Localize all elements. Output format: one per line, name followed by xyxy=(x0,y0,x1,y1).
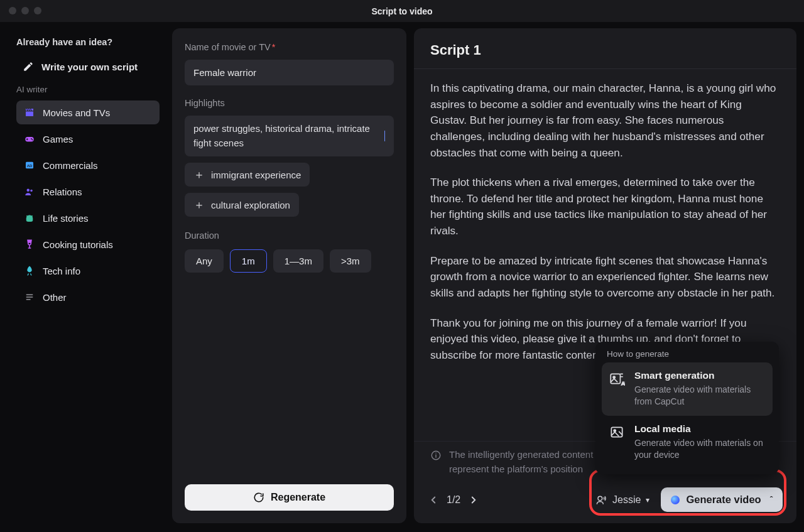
people-icon xyxy=(24,186,35,197)
svg-point-2 xyxy=(32,139,33,141)
sidebar-item-label: Relations xyxy=(43,187,82,197)
sidebar: Already have an idea? Write your own scr… xyxy=(8,28,165,523)
form-panel: Name of movie or TV* Highlights power st… xyxy=(172,28,406,523)
script-paragraph: The plot thickens when a rival emerges, … xyxy=(430,175,778,239)
svg-point-1 xyxy=(31,138,32,139)
text-caret xyxy=(384,131,385,141)
svg-point-6 xyxy=(30,190,33,192)
close-window-dot[interactable] xyxy=(9,7,16,14)
highlights-label: Highlights xyxy=(185,98,394,108)
regenerate-button[interactable]: Regenerate xyxy=(185,484,394,511)
svg-text:AI: AI xyxy=(622,380,625,386)
highlight-suggestion-2-label: cultural exploration xyxy=(211,200,290,210)
highlight-suggestion-1[interactable]: ＋ immigrant experience xyxy=(185,163,310,187)
duration-label: Duration xyxy=(185,231,394,241)
sidebar-item-cooking-tutorials[interactable]: Cooking tutorials xyxy=(16,232,160,256)
popover-option-local-media[interactable]: Local mediaGenerate video with materials… xyxy=(602,416,773,469)
ad-icon: AD xyxy=(24,160,35,171)
sidebar-item-label: Games xyxy=(43,134,73,144)
maximize-window-dot[interactable] xyxy=(34,7,41,14)
svg-point-5 xyxy=(27,189,30,192)
pager: 1/2 xyxy=(428,494,479,506)
prev-page-button[interactable] xyxy=(428,494,439,506)
clapper-icon xyxy=(24,107,35,118)
svg-text:AD: AD xyxy=(27,164,33,168)
svg-point-13 xyxy=(598,496,602,501)
svg-rect-17 xyxy=(611,427,622,437)
generate-popover: How to generate AISmart generationGenera… xyxy=(595,342,779,474)
sidebar-item-relations[interactable]: Relations xyxy=(16,180,160,204)
svg-point-12 xyxy=(435,453,437,454)
sidebar-item-label: Commercials xyxy=(43,160,98,171)
script-paragraph: In this captivating drama, our main char… xyxy=(430,80,778,161)
voice-selector[interactable]: Jessie ▾ xyxy=(595,494,649,506)
bars-icon xyxy=(24,291,35,303)
highlight-suggestion-1-label: immigrant experience xyxy=(211,170,301,180)
sidebar-item-games[interactable]: Games xyxy=(16,127,160,151)
sidebar-item-label: Life stories xyxy=(43,213,89,224)
sidebar-item-label: Cooking tutorials xyxy=(43,239,113,250)
cat-icon xyxy=(24,212,35,224)
generate-video-button[interactable]: Generate video ˆ xyxy=(661,487,783,512)
titlebar: Script to video xyxy=(0,0,804,22)
plus-icon: ＋ xyxy=(193,169,205,180)
svg-rect-14 xyxy=(611,374,620,383)
sidebar-item-other[interactable]: Other xyxy=(16,285,160,309)
duration-option-1m[interactable]: 1m xyxy=(230,249,267,273)
local-media-icon xyxy=(608,423,626,441)
window-controls xyxy=(9,7,41,14)
voice-icon xyxy=(595,494,607,506)
plus-icon: ＋ xyxy=(193,199,205,210)
highlight-main-text: power struggles, historical drama, intri… xyxy=(193,122,384,150)
popover-option-desc: Generate video with materials on your de… xyxy=(634,437,766,462)
minimize-window-dot[interactable] xyxy=(21,7,29,14)
highlight-main-chip[interactable]: power struggles, historical drama, intri… xyxy=(185,116,394,156)
write-own-script-label: Write your own script xyxy=(41,62,138,72)
regenerate-label: Regenerate xyxy=(271,492,325,503)
window-title: Script to video xyxy=(371,6,432,16)
rocket-icon xyxy=(24,265,35,276)
ai-writer-heading: AI writer xyxy=(16,85,160,94)
voice-name: Jessie xyxy=(612,494,641,506)
next-page-button[interactable] xyxy=(468,494,479,506)
popover-option-desc: Generate video with materials from CapCu… xyxy=(634,384,766,408)
duration-option-3m[interactable]: >3m xyxy=(330,249,371,273)
script-title: Script 1 xyxy=(430,42,780,58)
page-indicator: 1/2 xyxy=(447,494,460,506)
gamepad-icon xyxy=(24,133,35,144)
sidebar-item-label: Movies and TVs xyxy=(43,107,110,118)
script-paragraph: Prepare to be amazed by intricate fight … xyxy=(430,253,778,301)
sidebar-item-label: Tech info xyxy=(43,266,80,276)
duration-option-13m[interactable]: 1—3m xyxy=(273,249,323,273)
sidebar-item-movies-and-tvs[interactable]: Movies and TVs xyxy=(16,100,160,124)
sidebar-idea-heading: Already have an idea? xyxy=(16,37,160,47)
sidebar-item-commercials[interactable]: ADCommercials xyxy=(16,153,160,177)
info-icon xyxy=(430,450,442,461)
highlight-suggestion-2[interactable]: ＋ cultural exploration xyxy=(185,193,299,217)
popover-title: How to generate xyxy=(602,349,773,362)
chevron-down-icon: ▾ xyxy=(646,496,649,504)
sidebar-item-tech-info[interactable]: Tech info xyxy=(16,259,160,283)
sidebar-item-label: Other xyxy=(43,292,67,303)
popover-option-title: Smart generation xyxy=(634,370,766,381)
movie-name-input[interactable] xyxy=(185,60,394,85)
duration-option-Any[interactable]: Any xyxy=(185,249,224,273)
sparkle-orb-icon xyxy=(671,496,680,504)
smart-generation-icon: AI xyxy=(608,370,626,388)
chevron-up-icon: ˆ xyxy=(770,495,773,504)
pencil-icon xyxy=(23,61,34,72)
popover-option-title: Local media xyxy=(634,423,766,435)
duration-options: Any1m1—3m>3m xyxy=(185,249,394,273)
script-panel: Script 1 In this captivating drama, our … xyxy=(414,28,796,523)
write-own-script-button[interactable]: Write your own script xyxy=(16,57,160,76)
refresh-icon xyxy=(253,492,264,503)
sidebar-item-life-stories[interactable]: Life stories xyxy=(16,206,160,230)
name-label: Name of movie or TV* xyxy=(185,42,394,52)
popover-option-smart-generation[interactable]: AISmart generationGenerate video with ma… xyxy=(602,362,773,416)
generate-video-label: Generate video xyxy=(686,494,761,506)
wine-icon xyxy=(24,239,35,250)
